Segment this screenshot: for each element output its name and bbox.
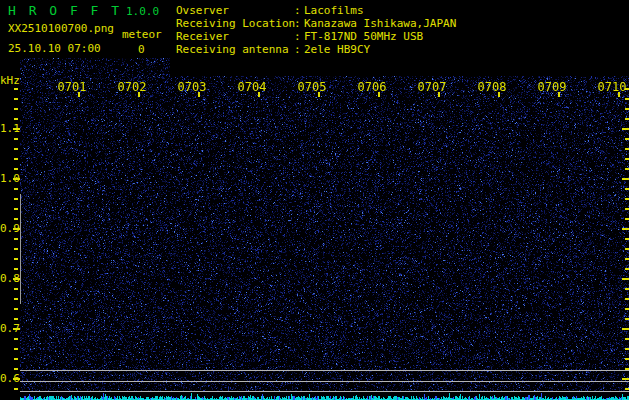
freq-minor-tick (14, 208, 18, 210)
station-row-label: Receiving antenna (176, 43, 294, 56)
station-row-label: Receiving Location (176, 17, 294, 30)
freq-minor-tick (625, 88, 629, 90)
freq-minor-tick (625, 298, 629, 300)
station-row-separator: : (294, 43, 304, 56)
time-tick (438, 92, 440, 97)
time-tick (318, 92, 320, 97)
station-row-label: Ovserver (176, 4, 294, 17)
freq-minor-tick (625, 388, 629, 390)
freq-minor-tick (625, 138, 629, 140)
freq-minor-tick (14, 338, 18, 340)
time-tick (258, 92, 260, 97)
freq-minor-tick (625, 208, 629, 210)
time-tick-label: 0707 (412, 80, 452, 94)
freq-minor-tick (14, 88, 18, 90)
freq-major-tick (622, 378, 629, 380)
freq-minor-tick (14, 168, 18, 170)
freq-minor-tick (14, 368, 18, 370)
freq-minor-tick (14, 258, 18, 260)
frequency-axis-left: kHz 1.11.00.90.80.70.6 (0, 58, 20, 400)
meteor-count: 0 (138, 43, 145, 56)
freq-minor-tick (625, 168, 629, 170)
freq-minor-tick (625, 338, 629, 340)
freq-minor-tick (14, 288, 18, 290)
freq-minor-tick (625, 158, 629, 160)
freq-major-tick (622, 278, 629, 280)
station-row-label: Receiver (176, 30, 294, 43)
freq-minor-tick (14, 308, 18, 310)
freq-minor-tick (625, 238, 629, 240)
freq-tick-label: 0.9 (0, 222, 14, 235)
station-row-value: Kanazawa Ishikawa,JAPAN (304, 17, 626, 30)
frequency-axis-right (620, 58, 629, 400)
station-row-separator: : (294, 30, 304, 43)
time-tick-label: 0709 (532, 80, 572, 94)
freq-minor-tick (14, 268, 18, 270)
time-tick-label: 0704 (232, 80, 272, 94)
time-tick (378, 92, 380, 97)
freq-minor-tick (625, 348, 629, 350)
freq-minor-tick (14, 108, 18, 110)
freq-minor-tick (14, 188, 18, 190)
time-tick-label: 0702 (112, 80, 152, 94)
output-filename: XX2510100700.png (8, 22, 114, 35)
freq-tick-label: 0.7 (0, 322, 14, 335)
freq-minor-tick (14, 348, 18, 350)
observation-datetime: 25.10.10 07:00 (8, 42, 101, 55)
freq-minor-tick (14, 218, 18, 220)
freq-minor-tick (625, 148, 629, 150)
freq-minor-tick (14, 198, 18, 200)
time-tick (78, 92, 80, 97)
time-tick (498, 92, 500, 97)
station-row-separator: : (294, 4, 304, 17)
station-row-value: FT-817ND 50MHz USB (304, 30, 626, 43)
station-row: Receiver:FT-817ND 50MHz USB (176, 30, 626, 43)
freq-tick-label: 0.6 (0, 372, 14, 385)
freq-minor-tick (625, 118, 629, 120)
freq-minor-tick (14, 318, 18, 320)
time-tick (138, 92, 140, 97)
app-title: H R O F F T (8, 3, 122, 18)
freq-tick-label: 0.8 (0, 272, 14, 285)
freq-minor-tick (14, 158, 18, 160)
station-info-rows: Ovserver:LacofilmsReceiving Location:Kan… (176, 4, 626, 56)
freq-minor-tick (14, 138, 18, 140)
time-tick-label: 0708 (472, 80, 512, 94)
station-row-value: Lacofilms (304, 4, 626, 17)
time-axis: 0701070207030704070507060707070807090710 (20, 58, 629, 400)
station-row: Ovserver:Lacofilms (176, 4, 626, 17)
freq-major-tick (622, 228, 629, 230)
freq-minor-tick (14, 98, 18, 100)
freq-minor-tick (14, 238, 18, 240)
freq-minor-tick (625, 188, 629, 190)
mode-label: meteor (122, 28, 162, 41)
freq-minor-tick (14, 148, 18, 150)
time-tick (198, 92, 200, 97)
freq-minor-tick (625, 288, 629, 290)
time-tick-label: 0701 (52, 80, 92, 94)
freq-minor-tick (625, 218, 629, 220)
freq-tick-label: 1.1 (0, 122, 14, 135)
freq-minor-tick (625, 308, 629, 310)
freq-minor-tick (625, 248, 629, 250)
freq-minor-tick (625, 318, 629, 320)
freq-tick-label: 1.0 (0, 172, 14, 185)
freq-minor-tick (14, 388, 18, 390)
freq-minor-tick (14, 118, 18, 120)
station-row: Receiving antenna:2ele HB9CY (176, 43, 626, 56)
header-left: H R O F F T 1.0.0 XX2510100700.png meteo… (0, 0, 170, 58)
time-tick-label: 0703 (172, 80, 212, 94)
freq-minor-tick (625, 198, 629, 200)
freq-major-tick (622, 128, 629, 130)
time-tick-label: 0705 (292, 80, 332, 94)
freq-minor-tick (625, 358, 629, 360)
freq-minor-tick (14, 298, 18, 300)
time-tick-label: 0706 (352, 80, 392, 94)
freq-major-tick (622, 178, 629, 180)
station-row-value: 2ele HB9CY (304, 43, 626, 56)
frequency-unit-label: kHz (0, 74, 20, 87)
freq-minor-tick (625, 98, 629, 100)
freq-minor-tick (625, 108, 629, 110)
freq-minor-tick (625, 258, 629, 260)
freq-minor-tick (14, 358, 18, 360)
